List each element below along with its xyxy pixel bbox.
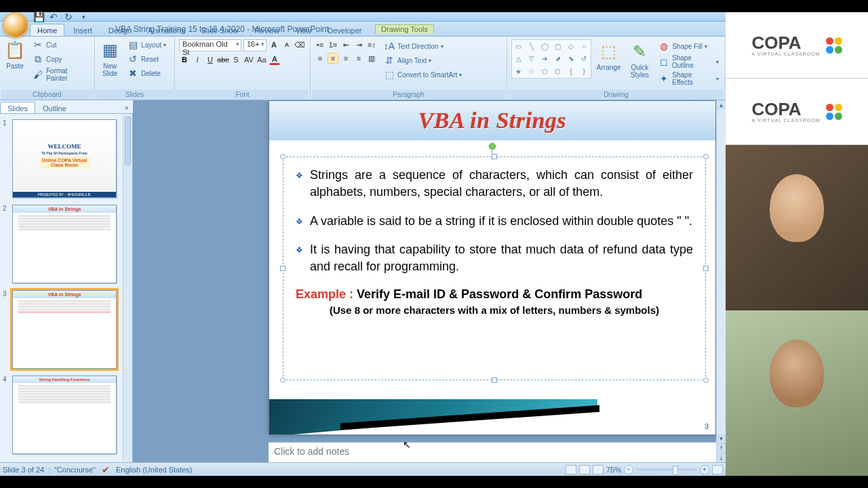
columns-button[interactable]: ▥	[366, 53, 377, 64]
font-name-combo[interactable]: Bookman Old St	[179, 39, 241, 52]
group-label-slides: Slides	[96, 89, 173, 100]
textbox-body[interactable]: ❖Strings are a sequence of characters, w…	[283, 157, 705, 316]
grow-font-button[interactable]: A	[269, 39, 279, 50]
scroll-down-button[interactable]: ▼	[717, 434, 726, 443]
font-color-button[interactable]: A	[269, 54, 280, 65]
clear-formatting-button[interactable]: ⌫	[294, 39, 305, 50]
tab-view[interactable]: View	[288, 24, 319, 36]
numbering-button[interactable]: 1≡	[328, 39, 338, 50]
thumbnail-1[interactable]: 1 WELCOME To The All Participants From O…	[12, 119, 128, 198]
next-slide-button[interactable]: ⭳	[717, 453, 726, 462]
slide-canvas[interactable]: VBA in Strings ❖Strings are a sequence o…	[133, 100, 726, 462]
content-textbox[interactable]: ❖Strings are a sequence of characters, w…	[283, 157, 706, 380]
reset-icon: ↺	[127, 53, 139, 65]
shapes-gallery[interactable]: ▭╲◯▢◇○ △▽➜⬈⬊↺ ★☆⬠⬡{}	[511, 39, 591, 79]
underline-button[interactable]: U	[205, 54, 216, 65]
save-icon[interactable]: 💾	[33, 11, 45, 23]
shape-effects-button[interactable]: ✦Shape Effects▾	[656, 70, 721, 87]
undo-icon[interactable]: ↶	[47, 11, 60, 23]
align-right-button[interactable]: ≡	[340, 53, 351, 64]
resize-handle[interactable]	[492, 154, 497, 159]
notes-pane[interactable]: Click to add notes	[269, 442, 716, 462]
shape-outline-button[interactable]: ◻Shape Outline▾	[656, 54, 721, 70]
resize-handle[interactable]	[280, 266, 285, 271]
shape-fill-button[interactable]: ◍Shape Fill▾	[656, 39, 721, 53]
align-center-button[interactable]: ≡	[328, 53, 338, 64]
context-tab-drawing-tools[interactable]: Drawing Tools	[375, 24, 434, 34]
group-clipboard: 📋 Paste ✂Cut ⧉Copy 🖌Format Painter Clipb…	[0, 37, 95, 100]
reset-button[interactable]: ↺Reset	[125, 52, 168, 66]
group-label-paragraph: Paragraph	[312, 89, 505, 100]
justify-button[interactable]: ≡	[353, 53, 364, 64]
layout-button[interactable]: ▤Layout▾	[125, 38, 168, 52]
copy-button[interactable]: ⧉Copy	[30, 52, 93, 66]
bullets-button[interactable]: •≡	[315, 39, 326, 50]
spellcheck-icon[interactable]: ✔	[100, 464, 112, 476]
format-painter-button[interactable]: 🖌Format Painter	[30, 66, 93, 83]
redo-icon[interactable]: ↻	[62, 11, 75, 23]
thumbnail-4[interactable]: 4 String Handling Functions	[12, 375, 128, 454]
text-direction-button[interactable]: ↕AText Direction▾	[381, 39, 464, 53]
group-label-drawing: Drawing	[509, 89, 724, 100]
char-spacing-button[interactable]: AV	[243, 54, 254, 65]
scroll-up-button[interactable]: ▲	[717, 100, 726, 110]
thumbnail-3[interactable]: 3 VBA in Strings	[12, 290, 128, 369]
shadow-button[interactable]: S	[231, 54, 241, 65]
office-button[interactable]	[3, 12, 28, 38]
font-size-combo[interactable]: 16+	[243, 39, 267, 52]
resize-handle[interactable]	[280, 378, 285, 383]
slide-title[interactable]: VBA in Strings	[418, 108, 567, 134]
align-left-button[interactable]: ≡	[315, 53, 326, 64]
pane-close-button[interactable]: ×	[121, 102, 133, 113]
canvas-scrollbar[interactable]: ▲ ▼ ⭱ ⭳	[716, 100, 726, 462]
tab-developer[interactable]: Developer	[320, 24, 369, 36]
zoom-in-button[interactable]: +	[700, 465, 709, 474]
scissors-icon: ✂	[32, 39, 44, 51]
status-language[interactable]: English (United States)	[116, 466, 193, 474]
thumbnail-2[interactable]: 2 VBA in Strings	[12, 205, 128, 283]
resize-handle[interactable]	[492, 378, 497, 383]
normal-view-button[interactable]	[566, 465, 576, 474]
thumbnail-pane[interactable]: 1 WELCOME To The All Participants From O…	[0, 100, 133, 462]
example-line: Example : Verify E-mail ID & Password & …	[296, 287, 693, 302]
line-spacing-button[interactable]: ≡↕	[366, 39, 377, 50]
tab-animations[interactable]: Animations	[140, 24, 192, 36]
paste-button[interactable]: 📋 Paste	[1, 38, 28, 71]
fit-window-button[interactable]	[712, 465, 723, 474]
tab-home[interactable]: Home	[30, 24, 64, 36]
outdent-button[interactable]: ⇤	[340, 39, 351, 50]
resize-handle[interactable]	[703, 378, 709, 383]
slideshow-view-button[interactable]	[593, 465, 604, 474]
thumbnail-scrollbar[interactable]	[123, 115, 132, 462]
pane-tab-outline[interactable]: Outline	[35, 102, 74, 113]
strike-button[interactable]: abc	[218, 54, 229, 65]
tab-slideshow[interactable]: Slide Show	[194, 24, 246, 36]
indent-button[interactable]: ⇥	[353, 39, 364, 50]
italic-button[interactable]: I	[192, 54, 203, 65]
convert-smartart-button[interactable]: ⬚Convert to SmartArt▾	[381, 68, 464, 81]
resize-handle[interactable]	[703, 266, 709, 271]
align-text-button[interactable]: ⇵Align Text▾	[381, 54, 464, 67]
qat-more-icon[interactable]: ▾	[77, 11, 90, 23]
resize-handle[interactable]	[280, 154, 285, 159]
change-case-button[interactable]: Aa	[256, 54, 267, 65]
zoom-slider[interactable]	[636, 468, 697, 471]
cut-button[interactable]: ✂Cut	[30, 38, 93, 52]
new-slide-button[interactable]: ▦ New Slide	[96, 38, 123, 79]
prev-slide-button[interactable]: ⭱	[717, 443, 726, 453]
tab-design[interactable]: Design	[101, 24, 139, 36]
bullet-icon: ❖	[296, 170, 303, 201]
arrange-button[interactable]: ⬚Arrange	[594, 39, 624, 73]
pane-tab-slides[interactable]: Slides	[0, 102, 35, 113]
sorter-view-button[interactable]	[579, 465, 590, 474]
bullet-text: A variable is said to be a string if it …	[310, 213, 692, 230]
quick-styles-button[interactable]: ✎Quick Styles	[626, 39, 653, 80]
tab-insert[interactable]: Insert	[66, 24, 100, 36]
resize-handle[interactable]	[703, 154, 709, 159]
slide-number: 3	[705, 422, 709, 430]
delete-slide-button[interactable]: ✖Delete	[125, 66, 168, 80]
rotate-handle[interactable]	[489, 143, 496, 150]
tab-review[interactable]: Review	[248, 24, 287, 36]
shrink-font-button[interactable]: A	[281, 39, 292, 50]
zoom-out-button[interactable]: −	[624, 465, 633, 474]
